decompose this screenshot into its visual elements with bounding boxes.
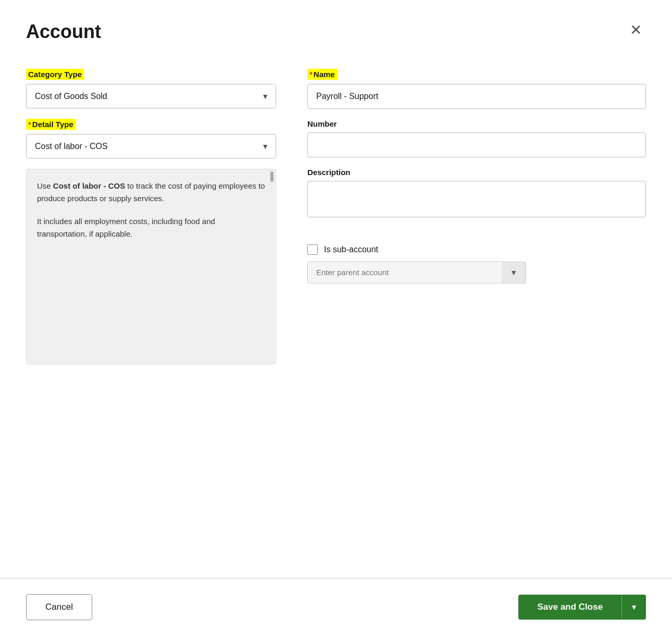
form-layout: Category Type Cost of Goods Sold ▼ *Deta… <box>26 69 646 471</box>
number-input[interactable] <box>307 132 646 157</box>
detail-type-select-wrapper: Cost of labor - COS ▼ <box>26 134 276 158</box>
close-button[interactable]: ✕ <box>626 21 646 40</box>
parent-account-input[interactable] <box>307 261 502 283</box>
footer-row: Cancel Save and Close ▼ <box>26 578 646 641</box>
parent-account-wrapper: ▼ <box>307 261 526 283</box>
name-required-star: * <box>309 70 313 79</box>
save-close-group: Save and Close ▼ <box>518 595 646 620</box>
detail-type-field-group: *Detail Type Cost of labor - COS ▼ <box>26 119 276 158</box>
description-field-group: Description <box>307 168 646 219</box>
save-close-button[interactable]: Save and Close <box>518 595 621 620</box>
category-type-select-wrapper: Cost of Goods Sold ▼ <box>26 84 276 108</box>
header-row: Account ✕ <box>26 21 646 43</box>
spacer <box>26 471 646 578</box>
sub-account-row: Is sub-account <box>307 244 646 255</box>
form-left: Category Type Cost of Goods Sold ▼ *Deta… <box>26 69 276 471</box>
description-paragraph-1: Use Cost of labor - COS to track the cos… <box>37 180 265 205</box>
description-label: Description <box>307 168 351 177</box>
save-close-dropdown-button[interactable]: ▼ <box>621 595 646 620</box>
form-right: *Name Number Description Is sub-account … <box>307 69 646 471</box>
description-input[interactable] <box>307 181 646 217</box>
detail-type-label: *Detail Type <box>26 119 76 130</box>
name-input[interactable] <box>307 84 646 109</box>
detail-type-required-star: * <box>28 120 31 129</box>
page-title: Account <box>26 21 101 43</box>
parent-account-dropdown-button[interactable]: ▼ <box>502 262 526 283</box>
detail-type-select[interactable]: Cost of labor - COS <box>26 134 276 158</box>
description-paragraph-2: It includes all employment costs, includ… <box>37 215 265 240</box>
number-label: Number <box>307 119 337 128</box>
scrollbar-indicator <box>270 171 273 182</box>
category-type-select[interactable]: Cost of Goods Sold <box>26 84 276 108</box>
page-container: Account ✕ Category Type Cost of Goods So… <box>0 0 672 641</box>
sub-account-checkbox[interactable] <box>307 244 318 255</box>
category-type-label: Category Type <box>26 69 84 80</box>
category-type-field-group: Category Type Cost of Goods Sold ▼ <box>26 69 276 108</box>
name-field-group: *Name <box>307 69 646 109</box>
sub-account-label: Is sub-account <box>324 245 378 254</box>
cancel-button[interactable]: Cancel <box>26 594 92 620</box>
name-label: *Name <box>307 69 337 80</box>
detail-type-description: Use Cost of labor - COS to track the cos… <box>26 169 276 364</box>
number-field-group: Number <box>307 119 646 157</box>
description-bold-text: Cost of labor - COS <box>53 181 125 190</box>
